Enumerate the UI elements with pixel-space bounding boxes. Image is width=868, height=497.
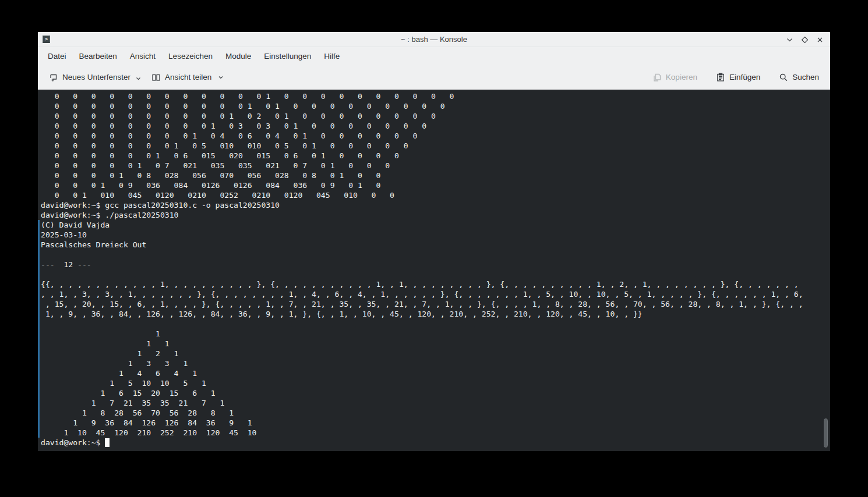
search-icon bbox=[779, 73, 788, 82]
paste-button[interactable]: Einfügen bbox=[711, 69, 765, 86]
diamond-icon bbox=[800, 36, 809, 44]
menu-hilfe[interactable]: Hilfe bbox=[317, 49, 346, 63]
paste-icon bbox=[716, 73, 725, 82]
konsole-window: > ~ : bash — Konsole Datei Bearbeiten An… bbox=[38, 32, 830, 451]
new-tab-icon bbox=[49, 73, 58, 82]
minimize-button[interactable] bbox=[785, 36, 794, 44]
toolbar-left: Neues Unterfenster Ansicht teilen bbox=[44, 69, 229, 86]
paste-label: Einfügen bbox=[729, 73, 760, 81]
new-tab-button[interactable]: Neues Unterfenster bbox=[44, 69, 146, 86]
copy-button[interactable]: Kopieren bbox=[647, 69, 703, 86]
close-button[interactable] bbox=[816, 36, 824, 44]
menubar: Datei Bearbeiten Ansicht Lesezeichen Mod… bbox=[38, 47, 830, 65]
toolbar: Neues Unterfenster Ansicht teilen Kopier… bbox=[38, 65, 830, 90]
terminal-text: 0 0 0 0 0 0 0 0 0 0 0 0 1 0 0 0 0 0 0 0 … bbox=[38, 90, 830, 448]
new-tab-label: Neues Unterfenster bbox=[62, 73, 130, 81]
split-view-button[interactable]: Ansicht teilen bbox=[146, 69, 229, 86]
menu-datei[interactable]: Datei bbox=[41, 49, 73, 63]
menu-ansicht[interactable]: Ansicht bbox=[124, 49, 162, 63]
search-label: Suchen bbox=[792, 73, 819, 81]
window-title: ~ : bash — Konsole bbox=[38, 32, 830, 47]
maximize-button[interactable] bbox=[800, 36, 809, 44]
new-output-indicator bbox=[38, 220, 40, 438]
close-icon bbox=[816, 36, 824, 44]
copy-icon bbox=[652, 73, 662, 82]
titlebar[interactable]: > ~ : bash — Konsole bbox=[38, 32, 830, 47]
toolbar-right: Kopieren Einfügen Suchen bbox=[639, 69, 824, 86]
menu-einstellungen[interactable]: Einstellungen bbox=[257, 49, 317, 63]
terminal-viewport[interactable]: 0 0 0 0 0 0 0 0 0 0 0 0 1 0 0 0 0 0 0 0 … bbox=[38, 90, 830, 451]
window-controls bbox=[785, 32, 824, 47]
split-view-label: Ansicht teilen bbox=[165, 73, 211, 81]
menu-module[interactable]: Module bbox=[219, 49, 257, 63]
search-button[interactable]: Suchen bbox=[774, 69, 824, 86]
menu-bearbeiten[interactable]: Bearbeiten bbox=[73, 49, 124, 63]
split-view-icon bbox=[151, 73, 161, 82]
copy-label: Kopieren bbox=[666, 73, 697, 81]
menu-lesezeichen[interactable]: Lesezeichen bbox=[162, 49, 219, 63]
scrollbar-thumb[interactable] bbox=[824, 418, 828, 448]
chevron-down-icon bbox=[785, 36, 794, 44]
terminal-cursor bbox=[105, 438, 110, 447]
chevron-down-icon bbox=[218, 75, 224, 80]
chevron-down-icon bbox=[136, 77, 141, 81]
